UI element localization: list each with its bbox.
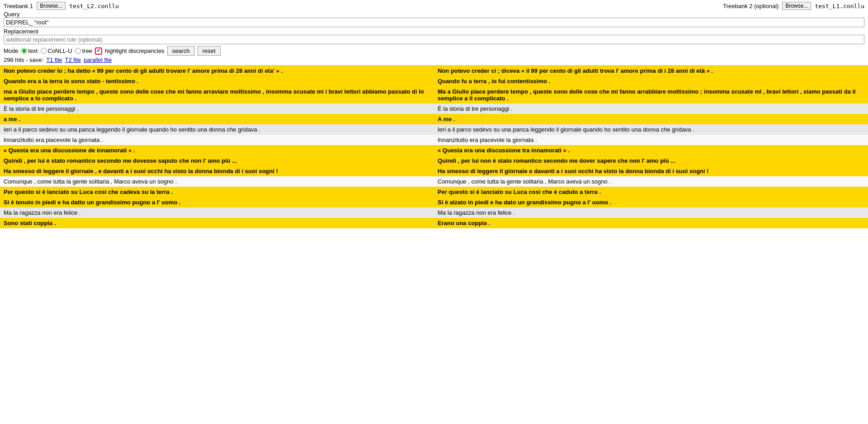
result-right: Non potevo creder ci ; diceva « il 99 pe… <box>434 66 868 76</box>
result-right: Ieri a il parco sedevo su una panca legg… <box>434 124 868 135</box>
search-button[interactable]: search <box>167 46 195 56</box>
mode-label: Mode <box>4 47 19 54</box>
table-row: Non potevo creder lo ; ha detto « 99 per… <box>0 66 868 76</box>
results-table: Non potevo creder lo ; ha detto « 99 per… <box>0 66 868 228</box>
table-row: ma a Giulio piace perdere tempo , queste… <box>0 86 868 104</box>
mode-row: Mode text CoNLL-U tree highlight discrep… <box>4 46 864 56</box>
result-right: Quindi , per lui non è stato romantico s… <box>434 155 868 166</box>
result-left: Ma la ragazza non era felice . <box>0 207 434 218</box>
mode-tree-span: tree <box>82 47 92 54</box>
t2-file-link[interactable]: T2 file <box>65 57 81 63</box>
mode-tree-label[interactable]: tree <box>75 47 92 54</box>
result-right: Innanzitutto era piacevole la giornata . <box>434 135 868 145</box>
mode-tree-radio[interactable] <box>75 48 81 54</box>
table-row: Innanzitutto era piacevole la giornata .… <box>0 135 868 145</box>
mode-text-span: text <box>28 47 38 54</box>
result-left: ma a Giulio piace perdere tempo , queste… <box>0 86 434 104</box>
reset-button[interactable]: reset <box>198 46 221 56</box>
result-left: Ieri a il parco sedevo su una panca legg… <box>0 124 434 135</box>
mode-text-radio[interactable] <box>21 48 27 54</box>
table-row: Quando era a la terra io sono stato - te… <box>0 76 868 86</box>
result-right: Ma la ragazza non era felice . <box>434 207 868 218</box>
hits-text: 298 hits - save: <box>4 57 43 63</box>
result-left: Si è tenuto in piedi e ha datto un grand… <box>0 197 434 207</box>
table-row: Ma la ragazza non era felice .Ma la raga… <box>0 207 868 218</box>
result-left: Ha smesso di leggere il giornale , e dav… <box>0 166 434 176</box>
table-row: Per questo si è lanciato su Luca così ch… <box>0 187 868 197</box>
result-left: « Questa era una discussione de innamora… <box>0 145 434 155</box>
result-right: A me . <box>434 114 868 124</box>
replacement-label: Replacement <box>4 28 864 35</box>
table-row: a me .A me . <box>0 114 868 124</box>
result-left: Innanzitutto era piacevole la giornata . <box>0 135 434 145</box>
result-left: Sono stati coppia . <box>0 218 434 228</box>
mode-conllu-label[interactable]: CoNLL-U <box>41 47 72 54</box>
result-left: È la storia di tre personaggi . <box>0 104 434 114</box>
query-input[interactable] <box>4 18 864 27</box>
table-row: Si è tenuto in piedi e ha datto un grand… <box>0 197 868 207</box>
replacement-section: Replacement <box>4 28 864 44</box>
highlight-discrepancies-checkbox[interactable] <box>95 47 102 55</box>
table-row: Ieri a il parco sedevo su una panca legg… <box>0 124 868 135</box>
result-right: Ma a Giulio piace perdere tempo , queste… <box>434 86 868 104</box>
query-section: Query <box>4 11 864 27</box>
treebank1-label: Treebank 1 <box>4 3 33 9</box>
table-row: Ha smesso di leggere il giornale , e dav… <box>0 166 868 176</box>
result-left: Per questo si è lanciato su Luca così ch… <box>0 187 434 197</box>
table-row: « Questa era una discussione de innamora… <box>0 145 868 155</box>
result-left: a me . <box>0 114 434 124</box>
t1-file-link[interactable]: T1 file <box>46 57 62 63</box>
result-right: Erano una coppia . <box>434 218 868 228</box>
mode-conllu-radio[interactable] <box>41 48 47 54</box>
result-right: « Questa era una discussione tra innamor… <box>434 145 868 155</box>
result-left: Non potevo creder lo ; ha detto « 99 per… <box>0 66 434 76</box>
result-right: Comunque , come tutta la gente solitaria… <box>434 176 868 187</box>
treebank2-filename: test_L1.conllu <box>815 3 864 9</box>
treebank2-group: Treebank 2 (optional) Browse... test_L1.… <box>723 2 864 10</box>
header: Treebank 1 Browse... test_L2.conllu Tree… <box>0 0 868 66</box>
treebank2-browse-button[interactable]: Browse... <box>782 2 811 10</box>
result-left: Quindi , per lui è stato romantico secon… <box>0 155 434 166</box>
result-right: Per questo si è lanciato su Luca così ch… <box>434 187 868 197</box>
result-left: Quando era a la terra io sono stato - te… <box>0 76 434 86</box>
table-row: Comunque , come tutta la gente solitaria… <box>0 176 868 187</box>
table-row: È la storia di tre personaggi .È la stor… <box>0 104 868 114</box>
result-right: È la storia di tre personaggi . <box>434 104 868 114</box>
treebank2-label: Treebank 2 (optional) <box>723 3 778 9</box>
hits-row: 298 hits - save: T1 file T2 file paralle… <box>4 57 864 63</box>
mode-conllu-span: CoNLL-U <box>48 47 72 54</box>
treebank-row: Treebank 1 Browse... test_L2.conllu Tree… <box>4 2 864 10</box>
highlight-discrepancies-label: highlight discrepancies <box>105 47 165 54</box>
table-row: Sono stati coppia .Erano una coppia . <box>0 218 868 228</box>
result-right: Quando fu a terra , io fui contentissimo… <box>434 76 868 86</box>
replacement-input[interactable] <box>4 35 864 44</box>
result-left: Comunque , come tutta la gente solitaria… <box>0 176 434 187</box>
treebank1-filename: test_L2.conllu <box>69 3 119 9</box>
parallel-file-link[interactable]: parallel file <box>84 57 112 63</box>
query-label: Query <box>4 11 864 18</box>
table-row: Quindi , per lui è stato romantico secon… <box>0 155 868 166</box>
treebank1-browse-button[interactable]: Browse... <box>37 2 66 10</box>
result-right: Ha smesso di leggere il giornale e davan… <box>434 166 868 176</box>
mode-text-label[interactable]: text <box>21 47 38 54</box>
result-right: Si è alzato in piedi e ha dato un grandi… <box>434 197 868 207</box>
